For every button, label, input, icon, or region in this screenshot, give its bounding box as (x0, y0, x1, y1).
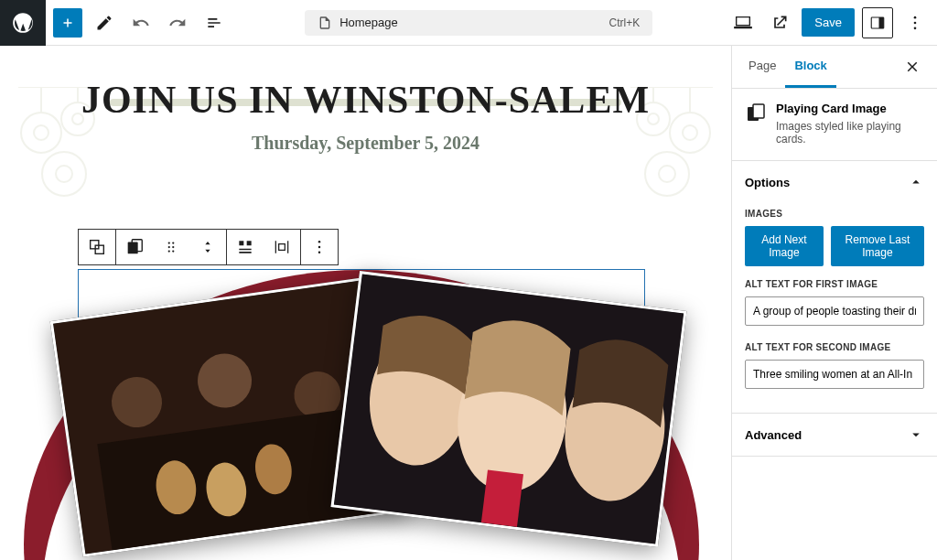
align-icon (236, 238, 254, 256)
close-icon (904, 59, 921, 75)
redo-button[interactable] (163, 8, 192, 38)
alt2-input[interactable] (745, 360, 924, 389)
redo-icon (168, 14, 187, 32)
external-link-button[interactable] (765, 8, 794, 38)
drag-icon (163, 239, 179, 255)
parent-block-icon (87, 237, 107, 257)
svg-rect-1 (879, 17, 884, 28)
settings-sidebar: Page Block Playing Card Image Images sty… (731, 46, 937, 560)
block-options-button[interactable] (301, 230, 338, 264)
svg-rect-44 (753, 104, 764, 118)
svg-point-23 (168, 246, 170, 248)
svg-point-22 (172, 242, 174, 243)
svg-point-25 (168, 250, 170, 252)
sidebar-icon (869, 15, 886, 31)
images-label: IMAGES (745, 209, 924, 219)
options-button[interactable] (900, 8, 930, 38)
panel-options-title: Options (745, 176, 790, 189)
width-icon (273, 238, 291, 256)
move-up-down-button[interactable] (189, 230, 226, 264)
select-parent-button[interactable] (79, 230, 115, 264)
svg-point-21 (168, 242, 170, 243)
panel-advanced-toggle[interactable]: Advanced (732, 414, 937, 456)
close-sidebar-button[interactable] (904, 54, 930, 80)
document-title-button[interactable]: Homepage Ctrl+K (305, 10, 652, 36)
playing-card-image-block[interactable] (78, 269, 645, 560)
tab-block[interactable]: Block (785, 46, 835, 88)
alt1-input[interactable] (745, 296, 924, 326)
hero-title: JOIN US IN WINSTON-SALEM (0, 78, 731, 122)
svg-rect-19 (128, 242, 138, 254)
pencil-icon (95, 14, 113, 32)
cards-icon (124, 237, 145, 257)
content-width-button[interactable] (264, 230, 300, 264)
top-toolbar: Homepage Ctrl+K Save (0, 0, 937, 46)
panel-options-body: IMAGES Add Next Image Remove Last Image … (732, 209, 937, 413)
align-button[interactable] (227, 230, 264, 264)
plus-icon (59, 15, 76, 31)
card-image-2[interactable] (330, 271, 686, 547)
block-info: Playing Card Image Images styled like pl… (732, 89, 937, 161)
block-type-icon (745, 102, 767, 124)
tab-page[interactable]: Page (739, 46, 785, 88)
edit-mode-button[interactable] (90, 8, 119, 38)
panel-options: Options IMAGES Add Next Image Remove Las… (732, 161, 937, 414)
more-vertical-icon (906, 14, 924, 32)
svg-point-15 (645, 152, 689, 196)
svg-point-16 (659, 166, 675, 182)
editor-canvas[interactable]: JOIN US IN WINSTON-SALEM Thursday, Septe… (0, 46, 731, 560)
svg-point-27 (318, 241, 321, 243)
undo-button[interactable] (126, 8, 156, 38)
panel-advanced-title: Advanced (745, 428, 802, 442)
block-type-button[interactable] (116, 230, 153, 264)
add-block-button[interactable] (53, 8, 82, 38)
desktop-icon (733, 13, 753, 33)
save-button[interactable]: Save (802, 8, 855, 37)
undo-icon (132, 14, 150, 32)
move-updown-icon (200, 238, 215, 256)
svg-point-26 (172, 250, 174, 252)
hero-section: JOIN US IN WINSTON-SALEM Thursday, Septe… (0, 46, 731, 154)
panel-advanced: Advanced (732, 414, 937, 457)
svg-rect-18 (95, 245, 103, 253)
drag-handle[interactable] (153, 230, 189, 264)
remove-last-image-button[interactable]: Remove Last Image (831, 226, 924, 266)
svg-point-24 (172, 246, 174, 248)
document-title-text: Homepage (339, 16, 398, 29)
document-title-area: Homepage Ctrl+K (236, 10, 721, 36)
sidebar-tabs: Page Block (732, 46, 937, 89)
block-description: Images styled like playing cards. (776, 120, 924, 145)
hero-date: Thursday, September 5, 2024 (0, 133, 731, 154)
svg-point-2 (914, 16, 917, 18)
svg-point-28 (318, 246, 321, 249)
page-icon (318, 16, 332, 30)
photo-placeholder (334, 274, 684, 544)
alt1-label: ALT TEXT FOR FIRST IMAGE (745, 279, 924, 289)
panel-options-toggle[interactable]: Options (732, 161, 937, 203)
external-link-icon (770, 14, 789, 32)
chevron-up-icon (908, 174, 924, 190)
main-area: JOIN US IN WINSTON-SALEM Thursday, Septe… (0, 46, 937, 560)
block-title: Playing Card Image (776, 102, 924, 115)
svg-point-29 (318, 252, 321, 254)
svg-point-4 (914, 27, 917, 29)
svg-point-9 (42, 152, 86, 196)
view-button[interactable] (728, 8, 758, 38)
cards-icon (745, 102, 767, 124)
chevron-down-icon (908, 426, 924, 443)
alt2-label: ALT TEXT FOR SECOND IMAGE (745, 342, 924, 352)
document-title-shortcut: Ctrl+K (609, 16, 640, 29)
wordpress-icon (11, 11, 35, 35)
svg-rect-17 (91, 241, 99, 249)
wordpress-logo[interactable] (0, 0, 46, 46)
settings-sidebar-toggle[interactable] (862, 7, 893, 38)
svg-point-10 (56, 166, 72, 182)
list-icon (205, 14, 223, 32)
svg-point-3 (914, 21, 917, 24)
more-vertical-icon (310, 238, 328, 256)
document-overview-button[interactable] (199, 8, 229, 38)
block-toolbar (78, 229, 339, 265)
add-next-image-button[interactable]: Add Next Image (745, 226, 824, 266)
svg-rect-42 (481, 470, 523, 528)
